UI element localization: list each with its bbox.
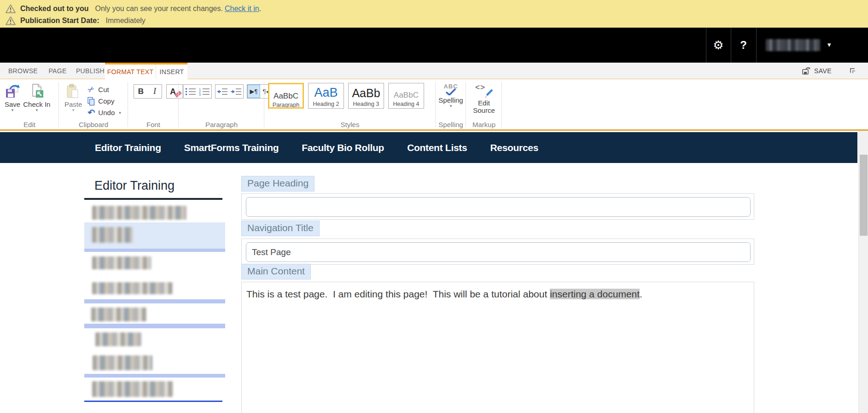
chevron-down-icon: ▾	[36, 108, 38, 112]
nav-item-editor-training[interactable]: Editor Training	[95, 142, 161, 153]
check-in-icon	[29, 83, 45, 99]
sidebar-item-redacted[interactable]	[92, 282, 173, 294]
vertical-scrollbar[interactable]	[858, 131, 868, 413]
status-title: Publication Start Date:	[20, 17, 99, 25]
chevron-down-icon: ▾	[72, 108, 75, 112]
nav-item-smartforms-training[interactable]: SmartForms Training	[184, 142, 279, 153]
bold-button[interactable]: B	[134, 85, 148, 98]
save-disk-icon	[802, 67, 811, 75]
paste-label: Paste	[64, 100, 82, 108]
style-name: Paragraph	[269, 102, 303, 108]
sidebar-divider-strip	[84, 324, 225, 328]
ribbon-group-font: B I A Font	[128, 80, 179, 129]
sidebar-item-selected[interactable]	[84, 222, 225, 249]
editing-tools-tab-group: FORMAT TEXT INSERT	[105, 63, 187, 79]
group-label-spelling: Spelling	[436, 121, 466, 128]
bold-label: B	[138, 87, 144, 96]
style-heading-4[interactable]: AaBbC Heading 4	[388, 83, 424, 109]
sidebar-item-redacted[interactable]	[91, 308, 146, 321]
sidebar-item-redacted[interactable]	[95, 332, 141, 346]
navigation-title-label: Navigation Title	[241, 221, 320, 236]
warning-icon	[6, 4, 16, 13]
sidebar-active-underline	[84, 401, 222, 402]
bullet-list-button[interactable]	[184, 85, 198, 98]
copy-button[interactable]: Copy	[87, 95, 121, 107]
help-icon[interactable]: ?	[731, 28, 756, 63]
check-it-in-link[interactable]: Check it in	[225, 5, 259, 12]
nav-item-faculty-bio-rollup[interactable]: Faculty Bio Rollup	[302, 142, 384, 153]
tab-insert[interactable]: INSERT	[156, 64, 187, 79]
sidebar-item-redacted[interactable]	[92, 256, 151, 269]
cut-button[interactable]: ✂ Cut	[87, 84, 121, 95]
sidebar-title-rule	[84, 198, 222, 200]
page-heading-field-box	[241, 193, 754, 220]
chevron-down-icon: ▾	[827, 41, 831, 49]
page-heading-input[interactable]	[246, 197, 751, 217]
settings-gear-icon[interactable]: ⚙	[706, 28, 731, 63]
ribbon-group-edit: Save ▾ Check In ▾ Edit	[0, 80, 59, 129]
sidebar-item-redacted[interactable]	[92, 206, 186, 220]
numbered-list-button[interactable]: 1 2 3	[198, 85, 211, 98]
style-heading-3[interactable]: AaBb Heading 3	[348, 83, 384, 109]
numbered-list-icon: 1 2 3	[199, 87, 210, 96]
style-paragraph[interactable]: AaBbC Paragraph	[268, 83, 304, 109]
left-to-right-button[interactable]: ▶¶	[247, 85, 260, 98]
style-name: Heading 2	[309, 101, 344, 107]
main-content-field-box: This is a test page. I am editing this p…	[241, 282, 754, 413]
collapse-ribbon-icon[interactable]	[850, 68, 855, 73]
style-sample: AaB	[309, 83, 344, 100]
paste-clipboard-icon	[66, 83, 81, 99]
undo-button[interactable]: ↶ Undo ▾	[87, 107, 121, 118]
cut-label: Cut	[98, 86, 109, 93]
save-floppy-icon	[5, 83, 20, 99]
italic-button[interactable]: I	[148, 85, 162, 98]
sidebar-item-redacted	[92, 227, 133, 243]
nav-item-content-lists[interactable]: Content Lists	[407, 142, 467, 153]
edit-source-icon: <>	[475, 83, 493, 99]
style-heading-2[interactable]: AaB Heading 2	[308, 83, 344, 109]
group-label-styles: Styles	[264, 121, 436, 128]
save-quick-button[interactable]: SAVE	[802, 63, 832, 79]
svg-text:3: 3	[199, 93, 201, 95]
content-text: .	[640, 289, 642, 299]
ribbon-group-clipboard: Paste ▾ ✂ Cut Copy ↶ Undo	[59, 80, 128, 129]
group-label-clipboard: Clipboard	[59, 121, 128, 128]
page-edit-form: Page Heading Navigation Title Main Conte…	[241, 176, 754, 413]
style-sample: AaBbC	[269, 84, 303, 101]
nav-item-resources[interactable]: Resources	[490, 142, 538, 153]
increase-indent-button[interactable]	[229, 85, 243, 98]
scrollbar-thumb[interactable]	[860, 155, 868, 236]
chevron-down-icon: ▾	[12, 108, 14, 112]
style-name: Heading 4	[389, 101, 424, 107]
tab-page[interactable]: PAGE	[42, 63, 73, 79]
main-content-label: Main Content	[241, 264, 311, 279]
content-text: This is a test page. I am editing this p…	[246, 289, 550, 299]
check-in-label: Check In	[23, 100, 50, 108]
save-quick-label: SAVE	[814, 67, 832, 75]
status-title: Checked out to you	[20, 5, 88, 13]
cut-scissors-icon: ✂	[85, 83, 98, 96]
user-menu[interactable]: ▾	[762, 28, 868, 63]
status-row-publication: Publication Start Date: Immediately	[0, 14, 868, 28]
status-message: Immediately	[106, 17, 146, 25]
copy-label: Copy	[98, 97, 114, 105]
sidebar-divider-strip	[84, 374, 225, 378]
spelling-check-icon	[445, 88, 456, 95]
sidebar-item-redacted[interactable]	[92, 381, 173, 397]
decrease-indent-button[interactable]	[216, 85, 229, 98]
ribbon: Save ▾ Check In ▾ Edit	[0, 80, 868, 131]
main-content-editor[interactable]: This is a test page. I am editing this p…	[246, 289, 749, 300]
sidebar-item-redacted[interactable]	[93, 355, 152, 370]
tab-format-text[interactable]: FORMAT TEXT	[105, 64, 156, 79]
save-label: Save	[5, 100, 20, 108]
decrease-indent-icon	[217, 87, 228, 96]
group-label-paragraph: Paragraph	[179, 121, 264, 128]
suite-bar: ⋯ ⚙ ? ▾	[0, 28, 868, 63]
navigation-title-input[interactable]	[246, 242, 751, 262]
sidebar-title: Editor Training	[94, 179, 175, 193]
tab-publish[interactable]: PUBLISH	[73, 63, 108, 79]
tab-browse[interactable]: BROWSE	[4, 63, 42, 79]
italic-label: I	[153, 87, 156, 96]
warning-icon	[6, 16, 16, 25]
status-suffix: .	[259, 5, 261, 12]
